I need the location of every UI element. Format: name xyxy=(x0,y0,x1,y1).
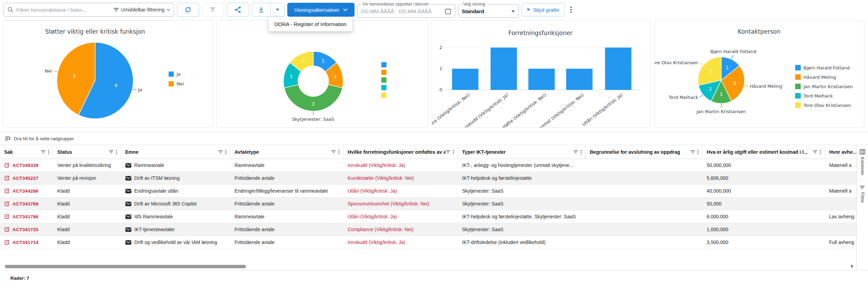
sak-link[interactable]: ACT343768 xyxy=(12,201,39,207)
row-group-hint: Dra hit for å sette radgrupper xyxy=(14,136,74,141)
column-menu-icon[interactable] xyxy=(696,149,700,155)
envelope-icon xyxy=(125,188,131,194)
emne-text: IdS Rammeavtale xyxy=(134,214,173,219)
legend-item[interactable] xyxy=(381,77,386,83)
column-header-4[interactable]: Avtaletype xyxy=(230,145,343,159)
column-menu-icon[interactable] xyxy=(818,149,823,155)
column-header-7[interactable]: Begrunnelse for avslutning av oppdrag xyxy=(586,145,703,159)
legend-item[interactable]: Tord Meihack xyxy=(795,93,853,99)
more-options-button[interactable] xyxy=(568,5,575,14)
column-menu-icon[interactable] xyxy=(579,149,583,155)
legend-swatch xyxy=(169,72,174,77)
download-options-button[interactable] xyxy=(270,3,284,16)
svg-text:4: 4 xyxy=(114,83,118,88)
column-menu-icon[interactable] xyxy=(46,149,51,155)
sak-link[interactable]: ACT341714 xyxy=(12,240,39,245)
legend-item[interactable]: Tore Olav Kristiansen xyxy=(795,102,853,108)
sak-link[interactable]: ACT341786 xyxy=(12,214,39,219)
column-menu-icon[interactable] xyxy=(114,149,119,155)
open-record-icon[interactable] xyxy=(4,239,10,245)
column-filter-icon[interactable] xyxy=(573,150,578,154)
legend-item[interactable] xyxy=(381,62,386,67)
column-header-6[interactable]: Typer IKT-tjenester xyxy=(458,145,586,159)
sak-link[interactable]: ACT345227 xyxy=(12,176,39,181)
calendar-icon[interactable] xyxy=(445,8,451,15)
table-row[interactable]: ACT344286KladdEndringsavtale utlånEndrin… xyxy=(0,185,856,197)
refresh-button[interactable] xyxy=(177,3,199,17)
filter-mode-dropdown[interactable]: Umiddelbar filtrering xyxy=(113,7,170,12)
column-filter-icon[interactable] xyxy=(812,150,818,154)
column-filter-icon[interactable] xyxy=(218,150,223,154)
open-record-icon[interactable] xyxy=(4,201,10,207)
column-header-label: Begrunnelse for avslutning av oppdrag xyxy=(590,149,690,155)
open-record-icon[interactable] xyxy=(4,175,10,181)
legend-item[interactable] xyxy=(381,85,386,90)
envelope-icon xyxy=(125,176,131,181)
legend-item[interactable] xyxy=(381,93,386,98)
tab-filtre[interactable]: Filtre xyxy=(860,185,865,203)
table-row[interactable]: ACT341725KladdIKT-tjenesteavtalerFrittst… xyxy=(0,223,856,236)
table-row[interactable]: ACT341786KladdIdS RammeavtaleRammeavtale… xyxy=(0,210,856,223)
row-group-dropzone[interactable]: Dra hit for å sette radgrupper xyxy=(0,132,868,145)
view-options-button[interactable]: Visningsalternativer xyxy=(287,3,355,17)
column-filter-icon[interactable] xyxy=(41,150,46,154)
table-row[interactable]: ACT341714KladdDrift og vedlikehold av vå… xyxy=(0,236,856,249)
table-row[interactable]: ACT343768KladdDrift av Microsoft 365 Cop… xyxy=(0,197,856,210)
legend-item[interactable]: Håvard Meling xyxy=(795,74,853,80)
sak-link[interactable]: ACT344286 xyxy=(12,188,39,194)
column-filter-icon[interactable] xyxy=(690,150,695,154)
legend-item[interactable]: Bjørn Harald Fotland xyxy=(795,65,853,70)
open-record-icon[interactable] xyxy=(4,214,10,219)
download-icon xyxy=(258,6,265,13)
scroll-right-arrow[interactable] xyxy=(851,264,853,268)
bar xyxy=(452,69,478,90)
cell-status: Kladd xyxy=(53,227,121,232)
view-select-field[interactable]: Velg visning Standard xyxy=(458,2,519,18)
column-header-5[interactable]: Hvilke forretningsfunksjoner omfattes av… xyxy=(343,145,458,159)
legend-label: Tord Meihack xyxy=(803,93,833,99)
pie-legend: Bjørn Harald FotlandHåvard MelingJan Mar… xyxy=(795,65,853,108)
legend-item[interactable]: Nei xyxy=(169,81,184,86)
dropdown-menu-item-dora[interactable]: DORA - Register of Information xyxy=(269,17,352,32)
share-button[interactable] xyxy=(227,3,249,17)
hide-charts-label: Skjul grafer xyxy=(533,7,560,13)
column-menu-icon[interactable] xyxy=(451,149,456,155)
sak-link[interactable]: ACT341725 xyxy=(12,227,39,232)
column-filter-icon[interactable] xyxy=(331,150,336,154)
table-row[interactable]: ACT348339Venter på kvalitetssikringRamme… xyxy=(0,159,856,172)
column-header-9[interactable]: Hvor avhe... xyxy=(825,145,856,159)
cell-emne: Drift av Microsoft 365 Copilot xyxy=(121,201,230,207)
column-filter-icon[interactable] xyxy=(109,150,114,154)
horizontal-scrollbar-thumb[interactable] xyxy=(5,265,246,268)
sak-link[interactable]: ACT348339 xyxy=(12,163,39,168)
open-record-icon[interactable] xyxy=(4,227,10,232)
date-range-field[interactable]: Vis henvendelser opprettet i tidsrom DD.… xyxy=(357,2,455,18)
column-header-3[interactable]: Emne xyxy=(121,145,230,159)
legend-item[interactable] xyxy=(381,70,386,75)
hide-charts-button[interactable]: Skjul grafer xyxy=(521,3,565,16)
envelope-icon xyxy=(125,163,131,168)
column-header-2[interactable]: Status xyxy=(53,145,121,159)
pie-callout-label: Jan Martin Kristiansen xyxy=(696,109,746,114)
search-input[interactable] xyxy=(16,7,111,13)
table-row[interactable]: ACT345227Venter på revisjonDrift av ITSM… xyxy=(0,172,856,185)
column-header-1[interactable]: Sak xyxy=(0,145,53,159)
column-menu-icon[interactable] xyxy=(337,149,341,155)
search-box[interactable]: Umiddelbar filtrering xyxy=(3,3,174,17)
cell-avhengighet: Full avheng xyxy=(825,239,856,245)
legend-item[interactable]: Ja xyxy=(169,72,184,77)
cell-sak: ACT344286 xyxy=(0,188,53,194)
download-button[interactable] xyxy=(252,3,270,16)
column-filter-icon[interactable] xyxy=(445,150,451,154)
donut-legend xyxy=(381,62,386,98)
tab-kolonner[interactable]: Kolonner xyxy=(860,149,865,175)
legend-item[interactable]: Jan Martin Kristiansen xyxy=(795,84,853,89)
open-record-icon[interactable] xyxy=(4,188,10,194)
open-record-icon[interactable] xyxy=(4,162,10,168)
svg-text:Støtter viktig eller kritisk f: Støtter viktig eller kritisk funksjon xyxy=(45,28,145,35)
column-header-8[interactable]: Hva er årlig utgift eller estimert kostn… xyxy=(703,145,825,159)
column-menu-icon[interactable] xyxy=(224,149,228,155)
cell-funksjoner: Utlån (Viktig/kritisk: Ja) xyxy=(343,188,458,194)
date-range-placeholder[interactable]: DD.MM.ÅÅÅÅ - DD.MM.ÅÅÅÅ xyxy=(361,8,432,14)
tab-filtre-label: Filtre xyxy=(860,192,865,203)
